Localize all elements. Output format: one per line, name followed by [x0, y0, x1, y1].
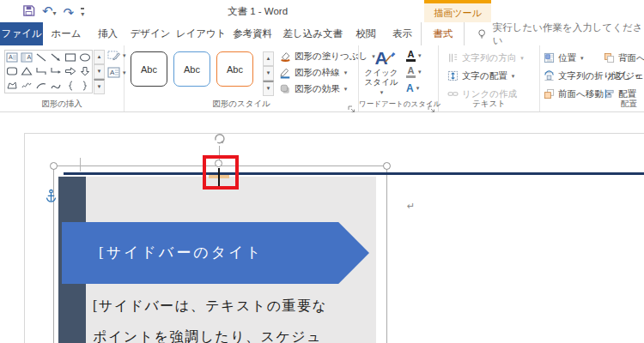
arrow-shape-icon[interactable] [49, 51, 64, 64]
tab-view[interactable]: 表示 [385, 22, 422, 45]
brush-icon [385, 51, 397, 63]
resize-handle-top-left[interactable] [50, 162, 58, 170]
text-box-icon[interactable]: A [5, 51, 20, 64]
shape-style-gallery: Abc Abc Abc [131, 51, 253, 87]
tab-file[interactable]: ファイル [0, 22, 43, 45]
sidebar-body-line2[interactable]: ポイントを強調したり、スケジュ [93, 322, 381, 343]
save-icon[interactable] [22, 4, 35, 21]
sidebar-top-rule[interactable] [64, 172, 644, 175]
text-fill-button[interactable]: A ▾ [406, 48, 422, 63]
shape-effects-dropdown-icon: ▾ [344, 86, 348, 93]
group-label-insert-shapes: 図形の挿入 [0, 99, 124, 110]
shape-style-thumb-black[interactable]: Abc [131, 51, 167, 87]
tab-format-active[interactable]: 書式 [421, 22, 465, 45]
draw-text-box-button[interactable]: A ▾ [107, 67, 126, 78]
paint-bucket-icon [279, 51, 291, 63]
selection-frame-right[interactable] [386, 165, 387, 343]
svg-text:A: A [110, 69, 115, 76]
shape-style-thumb-blue[interactable]: Abc [173, 51, 210, 87]
gallery-up-icon[interactable]: ▲ [94, 50, 105, 64]
shape-gallery-scroll: ▲ ▼ ▼ [94, 50, 105, 93]
tab-design[interactable]: デザイン [126, 22, 175, 45]
insert-shapes-side-buttons: ▾ A ▾ [107, 50, 126, 78]
draw-text-box-icon: A [107, 67, 120, 78]
tab-mailings[interactable]: 差し込み文書 [278, 22, 348, 45]
customize-qat-icon[interactable]: ▾ [81, 8, 84, 18]
text-fill-icon: A [406, 51, 416, 62]
style-up-icon[interactable]: ▲ [263, 51, 274, 66]
send-backward-button[interactable]: 背面へ移動 [604, 51, 644, 65]
shape-gallery: A A [4, 50, 93, 93]
group-label-arrange: 配置 [540, 99, 644, 110]
pen-icon [279, 67, 291, 79]
tab-layout[interactable]: レイアウト [174, 22, 228, 45]
undo-icon[interactable]: ↶▾ [42, 3, 57, 22]
elbow-connector-icon[interactable] [34, 64, 49, 78]
window-title: 文書 1 - Word [228, 5, 288, 18]
arc-shape-icon[interactable] [34, 79, 49, 93]
wordart-dialog-launcher-icon[interactable] [428, 101, 435, 109]
svg-text:A: A [27, 54, 32, 60]
shape-styles-dialog-launcher-icon[interactable] [348, 101, 355, 109]
ribbon-tabs: ファイル ホーム 挿入 デザイン レイアウト 参考資料 差し込み文書 校閲 表示… [0, 22, 644, 45]
elbow-arrow-connector-icon[interactable] [49, 64, 64, 78]
gallery-down-icon[interactable]: ▼ [94, 64, 105, 79]
group-arrange: 位置 ▾ 文字列の折り返し ▾ 前面へ移動 ▾ 背面へ移動 [540, 45, 644, 111]
paragraph-mark: ↵ [407, 201, 415, 212]
sidebar-title-text[interactable]: [サイドバーのタイト [99, 222, 264, 284]
text-outline-dropdown-icon: ▾ [418, 69, 422, 75]
page-left-edge [24, 133, 25, 343]
curve-shape-icon[interactable] [49, 79, 64, 93]
tab-references[interactable]: 参考資料 [228, 22, 278, 45]
line-shape-icon[interactable] [34, 51, 49, 64]
right-arrow-shape-icon[interactable] [63, 64, 77, 78]
resize-handle-top-right[interactable] [383, 162, 391, 170]
style-more-icon[interactable]: ▼ [263, 81, 274, 96]
lightbulb-icon [477, 28, 487, 40]
text-direction-icon [447, 52, 459, 63]
text-outline-icon: A [406, 67, 416, 78]
shape-style-thumb-orange[interactable]: Abc [216, 51, 253, 87]
tab-home[interactable]: ホーム [43, 22, 89, 45]
tell-me-text: 実行したい作業を入力してください [493, 21, 644, 47]
position-icon [544, 52, 555, 63]
sidebar-body-line1[interactable]: [サイドバーは、テキストの重要な [93, 291, 381, 322]
undo-dropdown-icon[interactable]: ▾ [53, 9, 57, 17]
quick-styles-button[interactable]: A クイック スタイル ▾ [361, 49, 401, 97]
group-label-wordart: ワードアートのスタイル [359, 99, 438, 110]
tab-insert[interactable]: 挿入 [89, 22, 126, 45]
edit-shape-button[interactable]: ▾ [107, 50, 126, 62]
group-label-text: テキスト [439, 99, 539, 110]
anchor-icon [45, 189, 58, 204]
sidebar-body-text[interactable]: [サイドバーは、テキストの重要な ポイントを強調したり、スケジュ [93, 291, 381, 343]
shape-outline-dropdown-icon: ▾ [344, 69, 348, 76]
selection-frame-tick [80, 158, 81, 172]
rectangle-shape-icon[interactable] [63, 51, 77, 64]
vertical-text-box-icon[interactable]: A [20, 51, 34, 64]
tab-review[interactable]: 校閲 [348, 22, 385, 45]
down-arrow-shape-icon[interactable] [77, 64, 92, 78]
wrap-text-icon [544, 70, 555, 81]
left-brace-shape-icon[interactable] [63, 79, 77, 93]
word-window: ↶▾ ↷ ▾ 文書 1 - Word 描画ツール ファイル ホーム 挿入 デザイ… [0, 0, 644, 343]
text-outline-button[interactable]: A ▾ [406, 64, 422, 80]
title-bar: ↶▾ ↷ ▾ 文書 1 - Word 描画ツール [0, 0, 644, 22]
tell-me-box[interactable]: 実行したい作業を入力してください [477, 22, 644, 45]
triangle-shape-icon[interactable] [20, 64, 34, 78]
style-down-icon[interactable]: ▼ [263, 66, 274, 81]
text-effects-button[interactable]: A ▾ [406, 81, 422, 96]
rotation-handle-icon[interactable] [212, 131, 227, 146]
gallery-more-icon[interactable]: ▼ [94, 79, 105, 94]
align-text-dropdown-icon: ▾ [512, 73, 515, 80]
right-brace-shape-icon[interactable] [77, 79, 92, 93]
page-top-edge [24, 133, 644, 134]
document-canvas[interactable]: [サイドバーのタイト [サイドバーは、テキストの重要な ポイントを強調したり、ス… [0, 112, 644, 343]
sidebar-title-banner[interactable]: [サイドバーのタイト [62, 222, 369, 284]
align-text-button[interactable]: 文字の配置 ▾ [447, 69, 524, 83]
freeform-shape-icon[interactable] [5, 79, 20, 93]
redo-icon[interactable]: ↷ [64, 4, 75, 21]
selection-pane-button[interactable]: オブジェクトの選択と表示 [604, 69, 644, 83]
scribble-shape-icon[interactable] [20, 79, 34, 93]
rounded-rectangle-shape-icon[interactable] [5, 64, 20, 78]
oval-shape-icon[interactable] [77, 51, 92, 64]
